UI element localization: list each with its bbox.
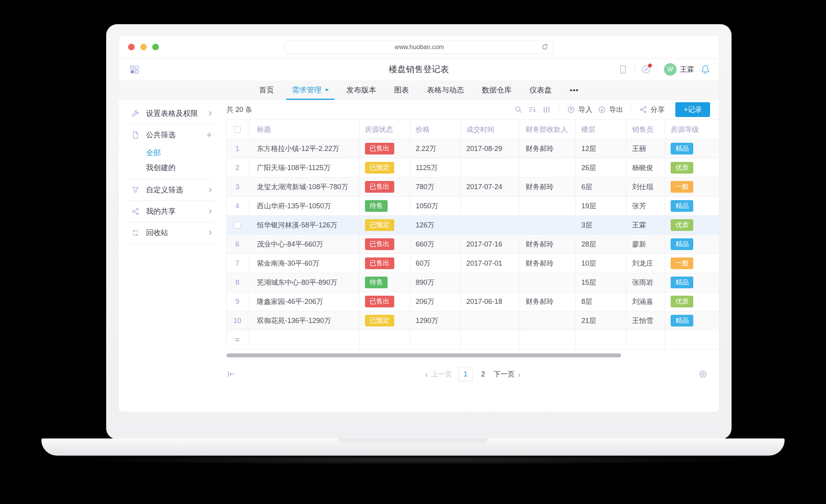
filter-created-by-me[interactable]: 我创建的: [146, 160, 217, 175]
table-row[interactable]: 2广阳天瑞-108平-1125万已预定1125万26层杨晓俊优质: [227, 158, 719, 177]
row-checkbox[interactable]: [234, 222, 241, 229]
row-number: 4: [235, 202, 239, 210]
chevron-right-icon: ›: [518, 370, 521, 378]
sidebar-item-public-filters[interactable]: 公共筛选 +: [119, 125, 217, 145]
table-row[interactable]: 9隆鑫家园-46平-206万已售出206万2017-06-18财务郝玲8层刘涵嘉…: [227, 292, 719, 311]
column-header[interactable]: 楼层: [576, 120, 627, 139]
cell-floor: 26层: [576, 158, 627, 177]
url-input[interactable]: [285, 43, 541, 51]
tab-item[interactable]: 首页: [250, 80, 283, 99]
cell-grade: 优质: [665, 158, 719, 177]
sidebar-item-recycle-bin[interactable]: 回收站 ›: [119, 223, 217, 243]
apps-grid-icon[interactable]: [130, 65, 139, 74]
tab-item[interactable]: 图表: [385, 80, 418, 99]
tab-item[interactable]: 数据仓库: [473, 80, 521, 99]
cell-title: 芜湖城东中心-80平-890万: [248, 273, 360, 292]
table-row[interactable]: 7紫金南海-30平-60万已售出60万2017-07-01财务郝玲10层刘龙庄一…: [227, 254, 719, 273]
grade-badge: 精品: [671, 200, 693, 212]
table-row[interactable]: 6茂业中心-84平-660万已售出660万2017-07-16财务郝玲28层廖新…: [227, 235, 719, 254]
plus-icon[interactable]: +: [206, 130, 212, 140]
table-row[interactable]: 10双御花苑-136平-1290万已预定1290万21层王怡雪精品: [227, 311, 719, 330]
cell-payee: [520, 197, 576, 215]
cell-price: 1125万: [410, 158, 461, 177]
address-bar[interactable]: [285, 41, 553, 54]
sidebar-item-table-settings[interactable]: 设置表格及权限 ›: [119, 104, 217, 123]
row-number: 10: [233, 317, 241, 325]
cell-price: 890万: [410, 273, 461, 292]
next-page-button[interactable]: 下一页›: [494, 369, 521, 379]
sidebar-item-my-shares[interactable]: 我的共享 ›: [119, 202, 217, 221]
header-divider: [657, 65, 658, 74]
compass-icon[interactable]: [641, 64, 651, 75]
table-row[interactable]: 3龙玺太湖湾新城-108平-780万已售出780万2017-07-24财务郝玲6…: [227, 177, 719, 197]
screenshot-stage: 楼盘销售登记表 W 王霖 首页需求: [0, 0, 826, 504]
cell-price: 780万: [410, 177, 461, 196]
tab-item[interactable]: 需求管理: [283, 80, 338, 99]
add-record-button[interactable]: +记录: [675, 102, 710, 117]
phone-icon[interactable]: [618, 64, 628, 75]
column-header[interactable]: 财务部收款人: [520, 120, 576, 139]
prev-page-button[interactable]: ‹上一页: [425, 369, 452, 379]
laptop-shadow: [70, 455, 757, 465]
user-menu[interactable]: W 王霖: [664, 63, 694, 76]
chevron-right-icon: ›: [208, 227, 212, 237]
table-row[interactable]: 4西山华府-135平-1050万待售1050万19层张芳精品: [227, 197, 719, 216]
cell-deal-date: 2017-07-16: [461, 235, 520, 254]
cell-payee: 财务郝玲: [520, 139, 576, 158]
row-select-cell: 1: [227, 139, 248, 158]
sort-icon[interactable]: [528, 105, 537, 114]
table-row[interactable]: 1东方格拉小镇-12平-2.22万已售出2.22万2017-08-29财务郝玲1…: [227, 139, 719, 158]
column-header[interactable]: 价格: [410, 120, 461, 139]
bell-icon[interactable]: [700, 64, 710, 75]
row-number: 6: [235, 240, 239, 248]
cell-grade: 一般: [665, 177, 719, 196]
cell-deal-date: 2017-08-29: [461, 139, 520, 158]
app-header: 楼盘销售登记表 W 王霖: [119, 59, 719, 80]
column-header[interactable]: 成交时间: [461, 120, 520, 139]
summary-row: =: [227, 330, 719, 350]
summary-symbol[interactable]: =: [227, 330, 248, 350]
table-row[interactable]: 8芜湖城东中心-80平-890万待售890万15层张雨岩精品: [227, 273, 719, 292]
import-button[interactable]: 导入: [567, 105, 592, 114]
column-header[interactable]: 房源状态: [360, 120, 410, 139]
export-button[interactable]: 导出: [598, 105, 623, 114]
column-header[interactable]: 销售员: [627, 120, 665, 139]
page-number-current[interactable]: 1: [458, 367, 472, 381]
cell-title: 龙玺太湖湾新城-108平-780万: [248, 177, 360, 196]
view-circle-icon[interactable]: [698, 369, 708, 379]
prev-page-label: 上一页: [431, 369, 452, 379]
row-number: 2: [235, 164, 239, 172]
cell-deal-date: [461, 158, 520, 177]
page-number[interactable]: 2: [479, 370, 487, 378]
search-icon[interactable]: [514, 105, 523, 114]
filter-all[interactable]: 全部: [146, 146, 217, 160]
pagination: ‹上一页12下一页›: [425, 367, 520, 381]
close-window-button[interactable]: [128, 44, 135, 50]
minimize-window-button[interactable]: [140, 44, 147, 50]
reload-icon[interactable]: [541, 43, 549, 51]
collapse-sidebar-icon[interactable]: [226, 369, 236, 379]
horizontal-scrollbar[interactable]: [226, 353, 621, 357]
tab-item[interactable]: 表格与动态: [418, 80, 473, 99]
summary-cell: [360, 330, 410, 350]
cell-status: 已售出: [360, 177, 410, 196]
select-all-checkbox[interactable]: [234, 126, 241, 133]
grade-badge: 精品: [671, 143, 693, 154]
sidebar-item-custom-filters[interactable]: 自定义筛选 ›: [119, 180, 217, 200]
sidebar-item-label: 公共筛选: [146, 130, 206, 140]
toolbar-divider: [631, 105, 631, 114]
cell-price: 1050万: [410, 197, 461, 215]
tab-more[interactable]: •••: [561, 80, 588, 99]
tab-item[interactable]: 仪表盘: [521, 80, 561, 99]
table-row[interactable]: 恒华银河林溪-58平-126万已预定126万3层王霖优质: [227, 216, 719, 235]
column-header[interactable]: 标题: [248, 120, 360, 139]
tab-item[interactable]: 发布版本: [338, 80, 385, 99]
column-header[interactable]: 房源等级: [665, 120, 719, 139]
cell-salesperson: 王丽: [627, 139, 665, 158]
grade-badge: 一般: [671, 181, 693, 193]
share-button[interactable]: 分享: [639, 105, 664, 114]
board-icon[interactable]: [542, 105, 551, 114]
cell-payee: [520, 311, 576, 330]
next-page-label: 下一页: [494, 369, 515, 379]
zoom-window-button[interactable]: [152, 44, 159, 50]
